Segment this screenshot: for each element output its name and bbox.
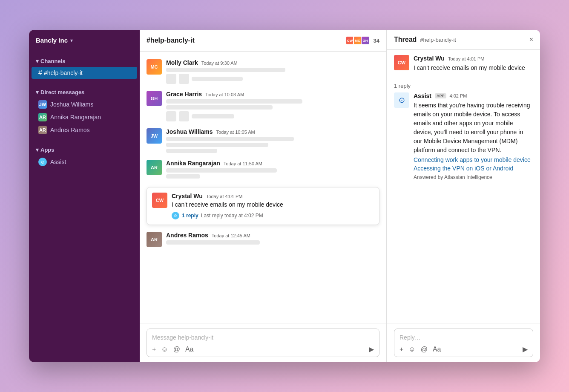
thread-avatar-assist: ⊙ — [394, 92, 409, 108]
placeholder-block — [179, 111, 189, 121]
thread-font-icon[interactable]: Aa — [433, 346, 441, 353]
chat-channel-name: #help-bancly-it — [147, 37, 195, 44]
msg-content-joshua: Joshua Williams Today at 10:05 AM — [166, 128, 379, 155]
msg-author-annika: Annika Rangarajan — [166, 160, 220, 167]
msg-author-joshua: Joshua Williams — [166, 128, 213, 135]
thread-input-box[interactable]: Reply… + ☺ @ Aa ▶ — [394, 329, 533, 357]
message-input-box[interactable]: Message help-bancly-it + ☺ @ Aa ▶ — [147, 329, 379, 357]
reply-meta: Last reply today at 4:02 PM — [201, 213, 263, 219]
thread-channel-label: #help-bancly-it — [420, 37, 456, 43]
msg-author-grace: Grace Harris — [166, 91, 202, 98]
channels-section: ▾ Channels # #help-bancly-it — [29, 51, 140, 82]
apps-section-label[interactable]: ▾ Apps — [29, 147, 140, 156]
message-input-container: Message help-bancly-it + ☺ @ Aa ▶ — [140, 323, 386, 362]
message-highlighted-crystal: CW Crystal Wu Today at 4:01 PM I can't r… — [147, 187, 379, 225]
chat-messages: MC Molly Clark Today at 9:30 AM — [140, 52, 386, 323]
member-avatars: CW MC GH — [347, 36, 370, 45]
emoji-icon[interactable]: ☺ — [161, 346, 168, 353]
sidebar-item-andres[interactable]: AR Andres Ramos — [32, 124, 137, 136]
avatar-joshua: JW — [38, 100, 47, 109]
channels-section-label[interactable]: ▾ Channels — [29, 58, 140, 67]
msg-content-annika: Annika Rangarajan Today at 11:50 AM — [166, 160, 379, 180]
font-icon[interactable]: Aa — [185, 346, 194, 353]
msg-content-molly: Molly Clark Today at 9:30 AM — [166, 59, 379, 86]
thread-link-1[interactable]: Connecting work apps to your mobile devi… — [414, 156, 533, 163]
send-icon[interactable]: ▶ — [369, 345, 374, 353]
dm-section-label[interactable]: ▾ Direct messages — [29, 89, 140, 98]
thread-answered-by: Answered by Atlassian Intelligence — [414, 174, 533, 180]
sidebar-item-joshua[interactable]: JW Joshua Williams — [32, 98, 137, 111]
channels-collapse-icon: ▾ — [36, 58, 39, 64]
placeholder-block — [166, 74, 176, 84]
msg-text-crystal: I can't receive emails on my mobile devi… — [172, 201, 374, 209]
thread-messages: CW Crystal Wu Today at 4:01 PM I can't r… — [387, 50, 540, 323]
dm-collapse-icon: ▾ — [36, 89, 39, 95]
msg-time-annika: Today at 11:50 AM — [224, 161, 262, 166]
msg-author-molly: Molly Clark — [166, 59, 198, 66]
msg-content-crystal-highlighted: Crystal Wu Today at 4:01 PM I can't rece… — [172, 193, 374, 219]
placeholder-line — [192, 77, 243, 81]
avatar-grace-msg: GH — [147, 91, 162, 106]
msg-content-grace: Grace Harris Today at 10:03 AM — [166, 91, 379, 123]
message-input-placeholder[interactable]: Message help-bancly-it — [152, 332, 374, 343]
thread-emoji-icon[interactable]: ☺ — [408, 346, 415, 353]
thread-msg-assist: ⊙ Assist APP 4:02 PM It seems that you'r… — [394, 92, 533, 180]
avatar-crystal-highlighted: CW — [152, 193, 167, 208]
placeholder-line — [166, 149, 217, 153]
placeholder-line — [166, 168, 277, 173]
add-icon[interactable]: + — [152, 346, 156, 353]
placeholder-row — [166, 111, 379, 121]
thread-link-2[interactable]: Accessing the VPN on iOS or Android — [414, 165, 533, 172]
avatar-joshua-msg: JW — [147, 128, 162, 144]
sidebar-item-annika[interactable]: AR Annika Rangarajan — [32, 111, 137, 124]
placeholder-line — [166, 240, 260, 245]
chat-header-right: CW MC GH 34 — [347, 36, 379, 45]
msg-time-andres: Today at 12:45 AM — [212, 233, 250, 238]
placeholder-line — [192, 114, 234, 118]
dm-section: ▾ Direct messages JW Joshua Williams AR … — [29, 82, 140, 140]
message-group-molly: MC Molly Clark Today at 9:30 AM — [140, 57, 386, 88]
thread-close-button[interactable]: × — [529, 36, 533, 43]
msg-time-molly: Today at 9:30 AM — [201, 61, 238, 66]
hash-icon: # — [38, 69, 42, 77]
app-badge: APP — [435, 93, 446, 98]
sidebar: Bancly Inc ▾ ▾ Channels # #help-bancly-i… — [29, 30, 140, 362]
thread-add-icon[interactable]: + — [399, 346, 403, 353]
msg-content-andres: Andres Ramos Today at 12:45 AM — [166, 232, 379, 247]
avatar-molly-msg: MC — [147, 59, 162, 75]
msg-author-andres: Andres Ramos — [166, 232, 208, 239]
message-group-grace: GH Grace Harris Today at 10:03 AM — [140, 88, 386, 126]
thread-msg-crystal: CW Crystal Wu Today at 4:01 PM I can't r… — [394, 55, 533, 72]
avatar-annika: AR — [38, 113, 47, 121]
thread-mention-icon[interactable]: @ — [421, 346, 428, 353]
app-window: Bancly Inc ▾ ▾ Channels # #help-bancly-i… — [29, 30, 540, 362]
thread-send-icon[interactable]: ▶ — [523, 345, 528, 353]
sidebar-item-help-bancly-it[interactable]: # #help-bancly-it — [32, 67, 137, 79]
message-group-annika: AR Annika Rangarajan Today at 11:50 AM — [140, 157, 386, 183]
placeholder-block — [179, 74, 189, 84]
thread-msg-content-assist: Assist APP 4:02 PM It seems that you're … — [414, 92, 533, 180]
placeholder-line — [166, 137, 294, 141]
mention-icon[interactable]: @ — [173, 346, 180, 353]
msg-time-grace: Today at 10:03 AM — [205, 92, 244, 97]
reply-bar: ⊙ 1 reply Last reply today at 4:02 PM — [172, 212, 374, 219]
msg-time-joshua: Today at 10:05 AM — [216, 130, 255, 135]
placeholder-line — [166, 99, 302, 104]
placeholder-line — [166, 105, 273, 110]
thread-header: Thread #help-bancly-it × — [387, 30, 540, 50]
thread-msg-text-crystal: I can't receive emails on my mobile devi… — [414, 63, 533, 72]
msg-time-crystal: Today at 4:01 PM — [206, 194, 243, 199]
reply-count-link[interactable]: 1 reply — [182, 213, 198, 219]
apps-section: ▾ Apps ⊙ Assist — [29, 140, 140, 172]
avatar-annika-msg: AR — [147, 160, 162, 175]
avatar-andres: AR — [38, 126, 47, 134]
thread-reply-placeholder[interactable]: Reply… — [399, 332, 528, 343]
placeholder-line — [166, 68, 285, 72]
sidebar-item-assist[interactable]: ⊙ Assist — [32, 156, 137, 168]
workspace-header[interactable]: Bancly Inc ▾ — [29, 30, 140, 51]
thread-author-crystal: Crystal Wu — [414, 55, 445, 62]
reply-icon: ⊙ — [172, 212, 179, 219]
thread-reply-count: 1 reply — [394, 79, 533, 92]
workspace-name: Bancly Inc — [36, 37, 68, 44]
message-input-toolbar: + ☺ @ Aa ▶ — [152, 345, 374, 353]
